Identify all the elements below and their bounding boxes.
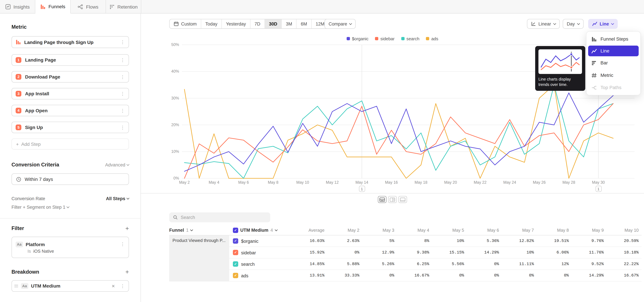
legend-item-sidebar: sidebar	[375, 36, 394, 41]
funnel-header-label: Funnel	[169, 228, 184, 232]
value-cell: 0%	[465, 262, 500, 266]
column-header-may-5: May 5	[430, 228, 465, 232]
select-all-checkbox[interactable]: ✓	[233, 228, 238, 233]
menu-item-line[interactable]: Line	[588, 46, 639, 56]
custom-range-button[interactable]: Custom	[170, 19, 201, 28]
all-steps-label: All Steps	[106, 196, 125, 201]
step-number-badge: 3	[16, 91, 21, 96]
range-3m-button[interactable]: 3M	[282, 19, 297, 28]
annotation-badge[interactable]: 1	[595, 186, 602, 192]
funnel-column-header[interactable]: Funnel1	[169, 228, 233, 232]
step-number-badge: 4	[16, 108, 21, 114]
funnel-title-card[interactable]: Landing Page through Sign Up ⋮	[12, 36, 129, 48]
chart-type-dropdown[interactable]: Line	[588, 19, 618, 29]
remove-breakdown-icon[interactable]: ✕	[112, 284, 115, 288]
range-7d-button[interactable]: 7D	[250, 19, 265, 28]
today-button[interactable]: Today	[201, 19, 222, 28]
table-row-organic: ✓$organic16.03%2.63%5%8%10%5.36%12.82%19…	[169, 236, 642, 247]
tab-funnels[interactable]: Funnels	[36, 0, 71, 14]
value-cell: 5.56%	[430, 262, 465, 266]
menu-item-funnel-steps[interactable]: Funnel Steps	[586, 33, 640, 45]
funnel-step-app-open[interactable]: 4App Open⋮	[12, 105, 129, 116]
kebab-menu-icon[interactable]: ⋮	[120, 284, 125, 288]
legend-label: ads	[431, 36, 438, 41]
funnel-step-landing-page[interactable]: 1Landing Page⋮	[12, 54, 129, 66]
all-steps-dropdown[interactable]: All Steps	[106, 196, 129, 201]
conversion-window-card[interactable]: Within 7 days	[12, 173, 129, 185]
layout-split-horizontal-button[interactable]	[378, 196, 386, 203]
series-checkbox[interactable]: ✓	[233, 273, 238, 278]
series-name: ads	[241, 273, 248, 278]
yesterday-button[interactable]: Yesterday	[222, 19, 250, 28]
search-input[interactable]	[181, 215, 267, 220]
tab-flows[interactable]: Flows	[70, 0, 106, 14]
kebab-menu-icon[interactable]: ⋮	[120, 74, 125, 79]
step-number-badge: 1	[16, 57, 21, 63]
kebab-menu-icon[interactable]: ⋮	[120, 58, 125, 62]
retention-icon	[109, 4, 114, 10]
kebab-menu-icon[interactable]: ⋮	[120, 92, 125, 96]
funnel-step-download-page[interactable]: 2Download Page⋮	[12, 71, 129, 83]
series-checkbox[interactable]: ✓	[233, 238, 238, 244]
calendar-icon	[174, 21, 178, 26]
funnel-steps-list: 1Landing Page⋮2Download Page⋮3App Instal…	[12, 54, 129, 133]
value-cell: 11.76%	[570, 250, 604, 255]
breakdown-column-header[interactable]: ✓UTM Medium4	[233, 228, 294, 233]
value-cell: 16.03%	[294, 239, 325, 243]
filter-operator[interactable]: Is	[28, 248, 31, 253]
funnel-step-app-install[interactable]: 3App Install⋮	[12, 88, 129, 100]
chevron-down-icon	[126, 196, 129, 199]
granularity-dropdown[interactable]: Day	[563, 19, 584, 29]
range-6m-button[interactable]: 6M	[297, 19, 312, 28]
filter-card-platform[interactable]: Aa Platform ⋮ Is iOS Native	[12, 237, 129, 258]
scale-dropdown[interactable]: Linear	[527, 19, 560, 29]
line-chart-icon	[592, 48, 597, 54]
filter-value[interactable]: iOS Native	[33, 248, 54, 253]
breakdown-heading: Breakdown	[12, 269, 39, 275]
filter-segment-dropdown[interactable]: Filter + Segment on Step 1	[12, 205, 129, 210]
x-axis-label: May 28	[557, 180, 580, 184]
compare-dropdown[interactable]: Compare	[324, 19, 356, 29]
value-cell: 18.18%	[604, 250, 640, 255]
conversion-criteria-heading: Conversion Criteria	[12, 162, 59, 168]
layout-chart-only-button[interactable]	[398, 196, 407, 203]
table-search	[169, 212, 270, 222]
add-step-button[interactable]: + Add Step	[12, 138, 129, 150]
kebab-menu-icon[interactable]: ⋮	[120, 40, 125, 44]
series-checkbox[interactable]: ✓	[233, 262, 238, 267]
column-header-may-2: May 2	[325, 228, 360, 232]
x-axis-label: May 30	[587, 180, 610, 184]
kebab-menu-icon[interactable]: ⋮	[120, 125, 125, 130]
layout-split-vertical-button[interactable]	[388, 196, 397, 203]
value-cell: 22.22%	[604, 262, 640, 266]
y-axis-label: 10%	[163, 149, 179, 154]
value-cell: 5.36%	[465, 239, 500, 243]
legend-label: $organic	[352, 36, 368, 41]
x-axis-label: May 16	[380, 180, 403, 184]
breakdown-card-utm-medium[interactable]: Aa UTM Medium ✕ ⋮	[12, 280, 129, 292]
drag-handle-icon[interactable]	[14, 284, 18, 288]
series-name-cell: ✓$organic	[233, 238, 294, 244]
menu-item-bar[interactable]: Bar	[586, 57, 640, 69]
annotation-badge[interactable]: 1	[359, 186, 365, 192]
value-cell: 10%	[430, 239, 465, 243]
kebab-menu-icon[interactable]: ⋮	[120, 108, 125, 113]
funnel-step-sign-up[interactable]: 5Sign Up⋮	[12, 122, 129, 133]
tab-insights[interactable]: Insights	[0, 0, 36, 14]
range-30d-button[interactable]: 30D	[265, 19, 282, 28]
advanced-dropdown[interactable]: Advanced	[105, 162, 129, 167]
chart-table-divider	[141, 193, 644, 194]
add-breakdown-button[interactable]: +	[126, 269, 129, 275]
y-axis-label: 20%	[163, 122, 179, 127]
menu-item-metric[interactable]: Metric	[586, 69, 640, 81]
series-checkbox[interactable]: ✓	[233, 250, 238, 255]
value-cell: 12%	[535, 262, 570, 266]
menu-item-label: Funnel Steps	[600, 36, 628, 42]
property-type-badge: Aa	[21, 283, 28, 289]
tab-retention[interactable]: Retention	[106, 0, 142, 14]
chevron-down-icon	[274, 228, 278, 231]
conversion-rate-label: Conversion Rate	[12, 196, 45, 201]
kebab-menu-icon[interactable]: ⋮	[120, 242, 125, 246]
add-filter-button[interactable]: +	[126, 225, 129, 231]
chart-legend: $organicsidebarsearchads	[141, 36, 644, 41]
